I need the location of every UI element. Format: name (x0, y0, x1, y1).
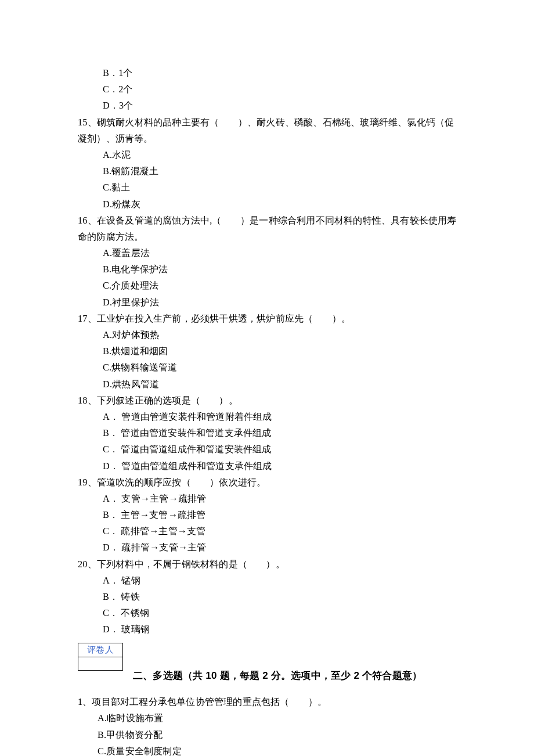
mc-question-1: 1、项目部对工程分承包单位协管管理的重点包括（ ）。 A.临时设施布置 B.甲供… (78, 694, 457, 756)
question-stem: 16、在设备及管道的腐蚀方法中,（ ）是一种综合利用不同材料的特性、具有较长使用… (78, 213, 457, 245)
option-c: C.介质处理法 (103, 278, 457, 294)
option-c: C． 疏排管→主管→支管 (103, 523, 457, 539)
option-b: B．1个 (103, 65, 457, 81)
option-c: C.黏土 (103, 179, 457, 196)
option-a: A． 管道由管道安装件和管道附着件组成 (103, 409, 457, 425)
question-stem: 20、下列材料中，不属于钢铁材料的是（ ）。 (78, 556, 457, 573)
option-a: A.对炉体预热 (103, 327, 457, 343)
grader-label: 评卷人 (78, 643, 123, 657)
option-d: D.衬里保护法 (103, 294, 457, 311)
option-c: C．2个 (103, 81, 457, 98)
option-c: C.质量安全制度制定 (98, 743, 457, 756)
option-a: A.覆盖层法 (103, 245, 457, 261)
question-16: 16、在设备及管道的腐蚀方法中,（ ）是一种综合利用不同材料的特性、具有较长使用… (78, 213, 457, 311)
option-b: B.钢筋混凝土 (103, 163, 457, 179)
question-stem: 1、项目部对工程分承包单位协管管理的重点包括（ ）。 (78, 694, 457, 710)
question-19: 19、管道吹洗的顺序应按（ ）依次进行。 A． 支管→主管→疏排管 B． 主管→… (78, 474, 457, 556)
option-b: B． 铸铁 (103, 589, 457, 605)
option-d: D． 疏排管→支管→主管 (103, 539, 457, 556)
option-b: B.甲供物资分配 (98, 727, 457, 743)
option-c: C.烘物料输送管道 (103, 359, 457, 376)
question-15: 15、砌筑耐火材料的品种主要有（ ）、耐火砖、磷酸、石棉绳、玻璃纤维、氯化钙（促… (78, 114, 457, 213)
grader-box: 评卷人 (78, 643, 457, 671)
question-stem: 17、工业炉在投入生产前，必须烘干烘透，烘炉前应先（ ）。 (78, 311, 457, 327)
question-18: 18、下列叙述正确的选项是（ ）。 A． 管道由管道安装件和管道附着件组成 B．… (78, 393, 457, 474)
question-stem: 19、管道吹洗的顺序应按（ ）依次进行。 (78, 474, 457, 491)
question-20: 20、下列材料中，不属于钢铁材料的是（ ）。 A． 锰钢 B． 铸铁 C． 不锈… (78, 556, 457, 638)
option-d: D.粉煤灰 (103, 196, 457, 213)
option-a: A． 锰钢 (103, 573, 457, 589)
option-d: D.烘热风管道 (103, 376, 457, 393)
option-b: B． 主管→支管→疏排管 (103, 507, 457, 523)
option-d: D． 管道由管道组成件和管道支承件组成 (103, 458, 457, 474)
option-c: C． 不锈钢 (103, 605, 457, 621)
option-d: D． 玻璃钢 (103, 621, 457, 638)
option-a: A.临时设施布置 (98, 710, 457, 726)
option-c: C． 管道由管道组成件和管道安装件组成 (103, 441, 457, 458)
option-b: B． 管道由管道安装件和管道支承件组成 (103, 425, 457, 441)
grader-input-cell[interactable] (78, 657, 123, 670)
prev-question-options: B．1个 C．2个 D．3个 (78, 65, 457, 114)
section-2-title: 二、多选题（共 10 题，每题 2 分。选项中，至少 2 个符合题意） (133, 667, 457, 685)
question-17: 17、工业炉在投入生产前，必须烘干烘透，烘炉前应先（ ）。 A.对炉体预热 B.… (78, 311, 457, 393)
option-d: D．3个 (103, 98, 457, 114)
option-b: B.电化学保护法 (103, 261, 457, 278)
question-stem: 18、下列叙述正确的选项是（ ）。 (78, 393, 457, 409)
option-b: B.烘烟道和烟囱 (103, 343, 457, 359)
option-a: A.水泥 (103, 147, 457, 163)
question-stem: 15、砌筑耐火材料的品种主要有（ ）、耐火砖、磷酸、石棉绳、玻璃纤维、氯化钙（促… (78, 114, 457, 147)
exam-page: B．1个 C．2个 D．3个 15、砌筑耐火材料的品种主要有（ ）、耐火砖、磷酸… (0, 0, 534, 756)
option-a: A． 支管→主管→疏排管 (103, 491, 457, 507)
